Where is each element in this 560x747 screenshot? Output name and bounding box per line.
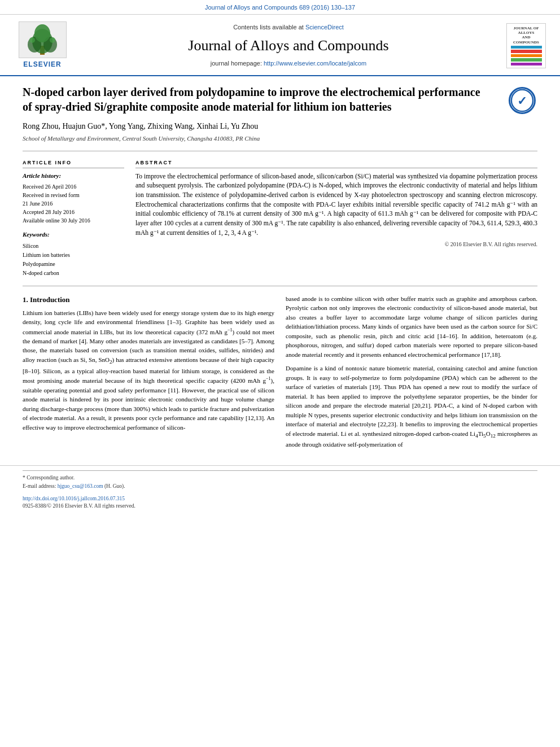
crossmark-icon: ✓ xyxy=(509,87,536,114)
received-revised-label: Received in revised form xyxy=(23,191,124,199)
divider-2 xyxy=(23,286,537,286)
color-bar-4 xyxy=(511,58,542,61)
doi-link[interactable]: http://dx.doi.org/10.1016/j.jallcom.2016… xyxy=(23,496,125,501)
email-link[interactable]: hjguo_csu@163.com xyxy=(58,483,103,489)
received-date: Received 26 April 2016 xyxy=(23,182,124,191)
page: Journal of Alloys and Compounds 689 (201… xyxy=(0,0,560,512)
keyword-silicon: Silicon xyxy=(23,242,124,251)
journal-title-main: Journal of Alloys and Compounds xyxy=(79,36,498,56)
abstract-heading: ABSTRACT xyxy=(135,159,537,168)
footer-area: * Corresponding author. E-mail address: … xyxy=(0,465,560,512)
section1-title: 1. Introduction xyxy=(23,294,274,305)
article-title: N-doped carbon layer derived from polydo… xyxy=(23,85,537,114)
corresponding-note: * Corresponding author. xyxy=(23,474,537,482)
journal-topbar: Journal of Alloys and Compounds 689 (201… xyxy=(0,0,560,15)
main-content: N-doped carbon layer derived from polydo… xyxy=(0,76,560,465)
authors-line: Rong Zhou, Huajun Guo*, Yong Yang, Zhixi… xyxy=(23,121,537,132)
sciencedirect-link[interactable]: ScienceDirect xyxy=(305,24,344,30)
homepage-url[interactable]: http://www.elsevier.com/locate/jalcom xyxy=(264,60,366,67)
doi-line: http://dx.doi.org/10.1016/j.jallcom.2016… xyxy=(23,495,537,503)
abstract-column: ABSTRACT To improve the electrochemical … xyxy=(135,159,537,277)
journal-header: ELSEVIER Contents lists available at Sci… xyxy=(0,15,560,76)
sciencedirect-line: Contents lists available at ScienceDirec… xyxy=(79,23,498,32)
accepted-date: Accepted 28 July 2016 xyxy=(23,208,124,216)
color-bar-3 xyxy=(511,54,542,57)
available-date: Available online 30 July 2016 xyxy=(23,216,124,225)
svg-point-4 xyxy=(34,24,50,42)
abstract-copyright: © 2016 Elsevier B.V. All rights reserved… xyxy=(135,241,537,248)
logo-alloys-text: JOURNAL OFALLOYSANDCOMPOUNDS xyxy=(513,26,539,45)
info-abstract-columns: ARTICLE INFO Article history: Received 2… xyxy=(23,159,537,277)
color-bar-5 xyxy=(511,63,542,65)
keywords-label: Keywords: xyxy=(23,230,124,239)
keywords-section: Keywords: Silicon Lithium ion batteries … xyxy=(23,230,124,277)
svg-text:✓: ✓ xyxy=(517,94,527,107)
revised-date: 21 June 2016 xyxy=(23,199,124,208)
journal-citation: Journal of Alloys and Compounds 689 (201… xyxy=(205,4,355,11)
article-info-column: ARTICLE INFO Article history: Received 2… xyxy=(23,159,124,277)
footer-divider xyxy=(23,470,537,471)
article-info-heading: ARTICLE INFO xyxy=(23,159,124,168)
divider-1 xyxy=(23,151,537,151)
keyword-ndoped: N-doped carbon xyxy=(23,269,124,278)
keyword-polydopamine: Polydopamine xyxy=(23,260,124,269)
svg-point-5 xyxy=(29,37,35,43)
color-bar-1 xyxy=(511,46,542,49)
elsevier-label-text: ELSEVIER xyxy=(23,60,61,69)
elsevier-logo: ELSEVIER xyxy=(11,21,73,69)
journal-logo-box: JOURNAL OFALLOYSANDCOMPOUNDS xyxy=(506,23,546,68)
crossmark-area: ✓ xyxy=(506,85,537,116)
email-line: E-mail address: hjguo_csu@163.com (H. Gu… xyxy=(23,483,537,490)
affiliation-line: School of Metallurgy and Environment, Ce… xyxy=(23,134,537,143)
journal-homepage-line: journal homepage: http://www.elsevier.co… xyxy=(79,59,498,68)
body-col-right: based anode is to combine silicon with o… xyxy=(286,294,537,454)
abstract-text: To improve the electrochemical performan… xyxy=(135,172,537,238)
elsevier-tree-graphic xyxy=(19,21,67,58)
article-history-label: Article history: xyxy=(23,172,124,180)
logo-color-bars xyxy=(511,46,542,65)
section1-col2-text-2: Dopamine is a kind of nontoxic nature bi… xyxy=(286,364,537,449)
journal-center-header: Contents lists available at ScienceDirec… xyxy=(73,23,504,68)
footer-copyright: 0925-8388/© 2016 Elsevier B.V. All right… xyxy=(23,503,537,510)
journal-logo-right: JOURNAL OFALLOYSANDCOMPOUNDS xyxy=(504,23,549,68)
article-title-area: N-doped carbon layer derived from polydo… xyxy=(23,85,537,114)
body-columns: 1. Introduction Lithium ion batteries (L… xyxy=(23,294,537,454)
body-col-left: 1. Introduction Lithium ion batteries (L… xyxy=(23,294,274,454)
svg-point-6 xyxy=(50,37,55,43)
section1-col2-text-1: based anode is to combine silicon with o… xyxy=(286,294,537,360)
color-bar-2 xyxy=(511,50,542,53)
section1-col1-text: Lithium ion batteries (LIBs) have been w… xyxy=(23,308,274,432)
keyword-lib: Lithium ion batteries xyxy=(23,251,124,260)
